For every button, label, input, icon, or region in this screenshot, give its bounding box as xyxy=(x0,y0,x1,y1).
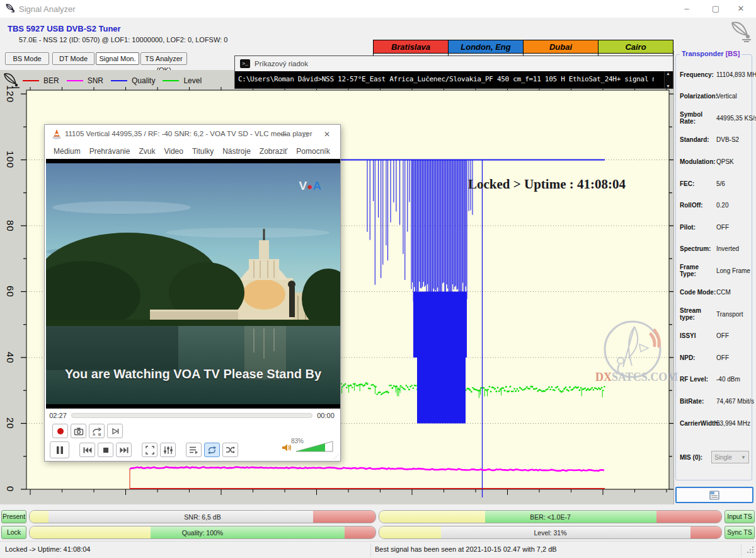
shuffle-button[interactable] xyxy=(222,443,238,457)
vlc-titlebar[interactable]: 11105 Vertical 44995,35 / RF: -40 SNR: 6… xyxy=(45,125,340,144)
total-time: 00:00 xyxy=(312,412,339,419)
vlc-extra-controls: AB xyxy=(52,424,123,438)
tab-signal-mon[interactable]: Signal Mon. xyxy=(96,52,139,65)
transponder-title: Transponder [BS] xyxy=(680,50,742,57)
vlc-menu-video[interactable]: Video xyxy=(164,147,183,156)
y-axis-tick-label: 60 xyxy=(4,279,16,305)
vlc-minimize-button[interactable]: — xyxy=(273,125,295,144)
stop-button[interactable] xyxy=(98,443,113,457)
record-button[interactable] xyxy=(52,424,68,438)
tab-dt-mode[interactable]: DT Mode xyxy=(52,52,94,65)
console-title: Príkazový riadok xyxy=(255,60,308,67)
vlc-video-area[interactable]: V●A You are Watching VOA TV Please Stand… xyxy=(46,159,340,409)
level-bar: Level: 31% xyxy=(379,526,722,539)
transponder-row: Modulation:QPSK xyxy=(676,151,756,173)
vlc-resize-grip[interactable]: ⋰ xyxy=(333,453,339,460)
vlc-menu-medium[interactable]: Médium xyxy=(54,147,81,156)
transponder-row: Frame Type:Long Frame xyxy=(676,260,756,282)
transponder-row: Spectrum:Inverted xyxy=(676,238,756,260)
transponder-row: Code Mode:CCM xyxy=(676,281,756,303)
vlc-menu-help[interactable]: Pomocník xyxy=(296,147,329,156)
console-scrollbar[interactable]: ▲▼ xyxy=(664,71,673,88)
minimize-button[interactable]: – xyxy=(675,0,698,18)
console-titlebar[interactable]: >_ Príkazový riadok xyxy=(235,56,673,71)
mis-label: MIS (0): xyxy=(680,454,702,461)
resize-grip[interactable] xyxy=(747,545,754,556)
vlc-menu-subtitles[interactable]: Titulky xyxy=(192,147,214,156)
vlc-menubar: Médium Prehrávanie Zvuk Video Titulky Ná… xyxy=(45,144,340,159)
device-name: TBS 5927 USB DVB-S2 Tuner xyxy=(8,24,121,33)
sync-ts-indicator: Sync TS xyxy=(724,526,755,539)
statusbar: Locked -> Uptime: 41:08:04 Best signal h… xyxy=(0,541,756,558)
ber-bar: BER: <1.0E-7 xyxy=(379,510,722,523)
vlc-menu-playback[interactable]: Prehrávanie xyxy=(89,147,130,156)
vlc-maximize-button[interactable]: □ xyxy=(295,125,316,144)
tab-ts-analyzer[interactable]: TS Analyzer (OK) xyxy=(140,52,187,65)
uptime-banner: Locked > Uptime : 41:08:04 xyxy=(465,177,629,192)
watermark-rest: SATCS.COM xyxy=(612,371,678,383)
ab-loop-button[interactable]: AB xyxy=(89,424,105,438)
ts-list-button[interactable] xyxy=(675,487,753,503)
console-command-line: C:\Users\Roman Dávid>NSS 12-57°E_East Af… xyxy=(238,75,654,83)
mis-dropdown[interactable]: Single▼ xyxy=(711,451,749,463)
voa-logo: V●A xyxy=(299,179,321,193)
app-satellite-icon xyxy=(5,3,16,16)
present-indicator: Present xyxy=(1,510,26,523)
volume-control[interactable]: 83% xyxy=(282,440,334,455)
dxsatcs-watermark: DXSATCS.COM xyxy=(595,319,670,387)
app-titlebar: Signal Analyzer – ▢ ✕ xyxy=(0,0,756,18)
vlc-window: 11105 Vertical 44995,35 / RF: -40 SNR: 6… xyxy=(44,124,341,462)
y-axis-tick-label: 120 xyxy=(4,81,16,107)
vlc-seek-row: 02:27 00:00 xyxy=(45,409,339,422)
elapsed-time: 02:27 xyxy=(45,412,71,419)
transponder-row: RF Level:-40 dBm xyxy=(676,369,756,391)
next-button[interactable] xyxy=(116,443,132,457)
speaker-icon xyxy=(282,443,292,455)
transponder-row: BitRate:74,467 Mbit/s xyxy=(676,390,756,412)
panel-divider xyxy=(673,50,674,504)
y-axis-tick-label: 20 xyxy=(4,411,16,436)
input-ts-indicator: Input TS xyxy=(724,510,755,523)
transponder-row: CarrierWidth:53,994 MHz xyxy=(676,412,756,434)
transponder-row: Standard:DVB-S2 xyxy=(676,129,756,151)
mis-row: MIS (0): Single▼ xyxy=(680,451,749,463)
seek-slider[interactable] xyxy=(71,413,312,418)
transponder-row: RollOff:0.20 xyxy=(676,194,756,216)
previous-button[interactable] xyxy=(79,443,95,457)
transponder-row: Symbol Rate:44995,35 KS/s xyxy=(676,107,756,129)
y-axis-tick-label: 100 xyxy=(4,148,16,173)
fullscreen-button[interactable] xyxy=(142,443,158,457)
scroll-down-icon[interactable]: ▼ xyxy=(666,84,670,88)
transponder-row: Frequency:11104,893 MHz xyxy=(676,64,756,86)
status-best-signal: Best signal has been seen at 2021-10-15 … xyxy=(375,545,557,553)
quality-bar: Quality: 100% xyxy=(29,526,376,539)
console-body[interactable]: C:\Users\Roman Dávid>NSS 12-57°E_East Af… xyxy=(235,71,673,88)
pause-button[interactable] xyxy=(50,441,69,458)
svg-text:B: B xyxy=(98,432,101,436)
y-axis-tick-label: 0 xyxy=(4,477,16,502)
close-button[interactable]: ✕ xyxy=(730,0,752,18)
frame-step-button[interactable] xyxy=(107,424,123,438)
scroll-up-icon[interactable]: ▲ xyxy=(666,71,670,76)
vlc-menu-tools[interactable]: Nástroje xyxy=(222,147,251,156)
snapshot-button[interactable] xyxy=(71,424,86,438)
transponder-row: FEC:5/6 xyxy=(676,173,756,195)
volume-percentage: 83% xyxy=(291,438,304,445)
vlc-menu-audio[interactable]: Zvuk xyxy=(139,147,155,156)
lock-indicator: Lock xyxy=(1,526,26,539)
vlc-close-button[interactable]: ✕ xyxy=(316,125,338,144)
tab-bs-mode[interactable]: BS Mode xyxy=(5,52,49,65)
transponder-row: ISSYIOFF xyxy=(676,325,756,347)
video-subtitle: You are Watching VOA TV Please Stand By xyxy=(46,367,340,381)
equalizer-button[interactable] xyxy=(160,443,176,457)
signal-analyzer-window: Signal Analyzer – ▢ ✕ TBS 5927 USB DVB-S… xyxy=(0,0,756,558)
transponder-row: Polarization:Vertical xyxy=(676,86,756,108)
vlc-cone-icon xyxy=(52,129,62,142)
satellite-dish-icon xyxy=(727,19,753,47)
loop-button[interactable] xyxy=(204,443,220,457)
transponder-row: Pilot:OFF xyxy=(676,216,756,238)
maximize-button[interactable]: ▢ xyxy=(704,0,727,18)
vlc-menu-view[interactable]: Zobraziť xyxy=(260,147,288,156)
playlist-button[interactable] xyxy=(186,443,202,457)
transponder-rows: Frequency:11104,893 MHzPolarization:Vert… xyxy=(676,64,752,434)
